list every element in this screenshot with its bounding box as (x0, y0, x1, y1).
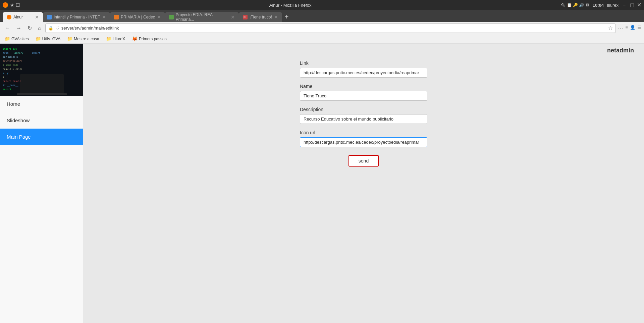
bookmark-utils-gva[interactable]: 📁 Utils. GVA (34, 36, 62, 42)
maximize-button[interactable]: ◻ (630, 2, 634, 9)
tab-ainur[interactable]: Ainur ✕ (3, 12, 43, 22)
bookmark-primers[interactable]: 🦊 Primers passos (130, 36, 169, 42)
sidebar-item-mainpage[interactable]: Main Page (0, 129, 83, 145)
edit-link-form: Link Name Description Icon url send (300, 60, 427, 167)
tab-infantil-label: Infantil y Primaria - INTEF (54, 15, 100, 19)
tab-truco-close[interactable]: ✕ (274, 14, 278, 20)
send-btn-wrapper: send (300, 155, 427, 167)
tabs-bar: Ainur ✕ Infantil y Primaria - INTEF ✕ PR… (0, 10, 644, 22)
tab-infantil-close[interactable]: ✕ (102, 14, 106, 20)
home-button[interactable]: ⌂ (36, 25, 43, 32)
close-button[interactable]: ✕ (637, 2, 641, 9)
tab-primaria-icon (114, 15, 119, 19)
bookmark-lliurex-label: LliureX (113, 37, 125, 41)
svg-text:def main():: def main(): (3, 56, 18, 58)
folder-icon-3: 📁 (67, 36, 72, 41)
tab-infantil[interactable]: Infantil y Primaria - INTEF ✕ (43, 12, 110, 22)
form-group-link: Link (300, 60, 427, 78)
svg-text:if __name__: if __name__ (3, 84, 18, 87)
minimize-button[interactable]: ﹣ (622, 2, 627, 9)
reader-icon[interactable]: ≡ (625, 25, 628, 31)
sidebar-home-label: Home (7, 101, 20, 107)
send-button[interactable]: send (348, 155, 379, 167)
main-content: netadmin Link Name Description Icon url (83, 44, 644, 323)
folder-icon-4: 📁 (106, 36, 111, 41)
icon-url-label: Icon url (300, 130, 427, 135)
form-group-icon-url: Icon url (300, 130, 427, 147)
folder-icon: 📁 (5, 36, 10, 41)
tab-ainur-close[interactable]: ✕ (35, 14, 39, 20)
clock: 10:04 (593, 3, 604, 8)
address-text: server/srv/admin/main/editlink (61, 26, 606, 31)
firefox-icon (3, 2, 8, 8)
title-bar-left: ★ ☐ (3, 2, 20, 8)
tab-ainur-icon (7, 15, 11, 19)
form-group-name: Name (300, 84, 427, 101)
sidebar: import sys from library import def main(… (0, 44, 83, 323)
description-input[interactable] (300, 114, 427, 124)
svg-text:import sys: import sys (3, 48, 17, 50)
name-label: Name (300, 84, 427, 89)
tab-primaria-close[interactable]: ✕ (157, 14, 161, 20)
account-icon[interactable]: 👤 (630, 25, 635, 31)
title-bar-right: 🔌 📋 🔑 🔊 🖥 10:04 lliurex ﹣ ◻ ✕ (560, 2, 641, 9)
system-icons: 🔌 📋 🔑 🔊 🖥 (560, 3, 589, 7)
security-icon: 🔒 (48, 26, 53, 31)
svg-text:from: from (3, 52, 8, 54)
address-actions: ⋯ ≡ 👤 ☰ (618, 25, 641, 31)
description-label: Description (300, 107, 427, 112)
tab-ainur-label: Ainur (13, 15, 23, 19)
tab-proyecto-close[interactable]: ✕ (231, 14, 235, 20)
tab-primaria[interactable]: PRIMARIA | Cedec ✕ (110, 12, 165, 22)
svg-rect-14 (20, 74, 64, 94)
svg-text:x, y: x, y (3, 72, 8, 75)
back-button[interactable]: ← (3, 25, 12, 32)
bookmark-gva-label: GVA sites (11, 37, 29, 41)
form-group-description: Description (300, 107, 427, 124)
reload-button[interactable]: ↻ (25, 24, 34, 32)
bookmarks-bar: 📁 GVA sites 📁 Utils. GVA 📁 Mestre a casa… (0, 34, 644, 44)
window-controls[interactable]: ﹣ ◻ ✕ (622, 2, 641, 9)
bookmark-link-icon: 🦊 (132, 36, 138, 42)
sidebar-slideshow-label: Slideshow (7, 118, 30, 123)
tab-proyecto[interactable]: Proyecto EDIA. REA Primaria... ✕ (165, 12, 239, 22)
svg-text:): ) (3, 76, 4, 79)
bookmark-lliurex[interactable]: 📁 LliureX (104, 36, 127, 42)
tab-infantil-icon (47, 15, 52, 19)
bookmark-gva-sites[interactable]: 📁 GVA sites (3, 36, 31, 42)
more-options-icon[interactable]: ⋯ (618, 25, 623, 31)
svg-text:library: library (13, 52, 23, 54)
bookmark-utils-label: Utils. GVA (42, 37, 60, 41)
tab-truco-icon: ✕ (243, 15, 248, 19)
svg-text:main(): main() (3, 88, 11, 91)
bookmark-mestre[interactable]: 📁 Mestre a casa (65, 36, 101, 42)
svg-text:result = calc(: result = calc( (3, 68, 22, 71)
svg-text:import: import (32, 52, 40, 54)
tab-truco-label: ¡Tiene truco! (250, 15, 272, 19)
link-input[interactable] (300, 68, 427, 78)
tab-proyecto-label: Proyecto EDIA. REA Primaria... (176, 12, 229, 22)
nav-bar: ← → ↻ ⌂ 🔒 🛡 server/srv/admin/main/editli… (0, 22, 644, 34)
tab-primaria-label: PRIMARIA | Cedec (121, 15, 155, 19)
sidebar-hero-image: import sys from library import def main(… (0, 44, 83, 96)
bookmark-star-icon[interactable]: ☆ (608, 25, 613, 31)
new-tab-button[interactable]: + (282, 12, 291, 22)
sidebar-mainpage-label: Main Page (7, 134, 31, 140)
sidebar-item-slideshow[interactable]: Slideshow (0, 112, 83, 129)
tab-truco[interactable]: ✕ ¡Tiene truco! ✕ (239, 12, 282, 22)
username: lliurex (607, 3, 619, 8)
address-bar[interactable]: 🔒 🛡 server/srv/admin/main/editlink ☆ (45, 24, 616, 33)
folder-icon-2: 📁 (36, 36, 41, 41)
forward-button[interactable]: → (14, 25, 23, 32)
name-input[interactable] (300, 91, 427, 101)
user-label: netadmin (607, 47, 634, 54)
svg-text:# some code: # some code (3, 64, 18, 66)
browser-title: Ainur - Mozilla Firefox (269, 3, 312, 8)
tab-proyecto-icon (169, 15, 174, 19)
sidebar-item-home[interactable]: Home (0, 96, 83, 112)
bookmark-mestre-label: Mestre a casa (74, 37, 99, 41)
sidebar-toggle-icon[interactable]: ☰ (637, 25, 641, 31)
link-label: Link (300, 60, 427, 66)
bookmark-primers-label: Primers passos (139, 37, 167, 41)
icon-url-input[interactable] (300, 137, 427, 147)
